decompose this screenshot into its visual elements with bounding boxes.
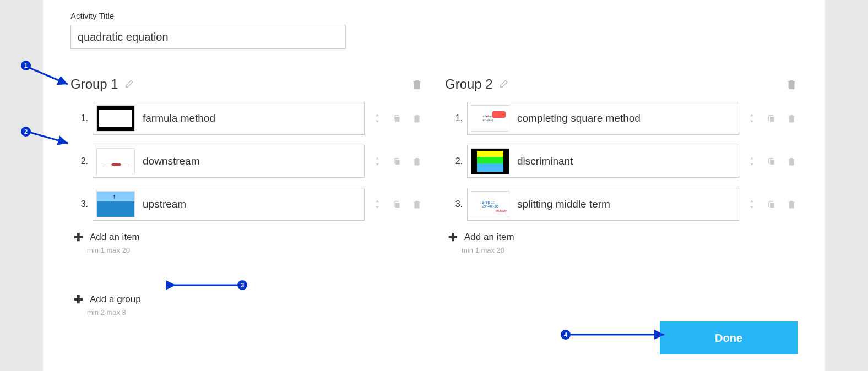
item-thumbnail <box>471 148 509 174</box>
item-minmax-text: min 1 max 20 <box>70 246 423 254</box>
svg-line-1 <box>29 132 68 143</box>
add-item-button[interactable]: ✚ Add an item <box>445 231 798 244</box>
item-number: 1. <box>76 113 88 123</box>
group-minmax-text: min 2 max 8 <box>70 308 798 317</box>
item-number: 3. <box>76 199 88 209</box>
copy-icon[interactable] <box>766 112 778 124</box>
item-actions <box>746 198 798 210</box>
activity-editor-page: Activity Title Group 1 1. farmula <box>43 0 825 371</box>
copy-icon[interactable] <box>391 112 403 124</box>
item-row: 1. x²+4x-7=0x²-3x+1 completing square me… <box>451 102 798 135</box>
item-actions <box>746 155 798 167</box>
items-list: 1. x²+4x-7=0x²-3x+1 completing square me… <box>445 102 798 221</box>
activity-title-input[interactable] <box>70 25 346 49</box>
group-header: Group 2 <box>445 77 798 92</box>
add-group-button[interactable]: ✚ Add a group <box>70 293 798 306</box>
svg-line-0 <box>29 68 68 84</box>
group-header: Group 1 <box>70 77 423 92</box>
callout-badge: 3 <box>237 280 247 290</box>
item-row: 1. farmula method <box>76 102 423 135</box>
copy-icon[interactable] <box>391 155 403 167</box>
reorder-icon[interactable] <box>371 155 383 167</box>
add-item-button[interactable]: ✚ Add an item <box>70 231 423 244</box>
done-button[interactable]: Done <box>660 321 798 354</box>
reorder-icon[interactable] <box>746 155 758 167</box>
item-actions <box>746 112 798 124</box>
pencil-icon[interactable] <box>498 79 508 89</box>
trash-icon[interactable] <box>785 78 798 90</box>
item-minmax-text: min 1 max 20 <box>445 246 798 254</box>
groups-row: Group 1 1. farmula method <box>70 77 798 254</box>
item-label: downstream <box>143 155 361 167</box>
trash-icon[interactable] <box>411 112 423 124</box>
reorder-icon[interactable] <box>746 112 758 124</box>
activity-title-label: Activity Title <box>70 11 798 20</box>
item-label: farmula method <box>143 112 361 124</box>
add-group-label: Add a group <box>90 294 141 305</box>
trash-icon[interactable] <box>411 78 423 90</box>
trash-icon[interactable] <box>411 155 423 167</box>
item-actions <box>371 198 423 210</box>
item-thumbnail <box>96 191 135 217</box>
item-box[interactable]: x²+4x-7=0x²-3x+1 completing square metho… <box>467 102 739 135</box>
reorder-icon[interactable] <box>371 198 383 210</box>
item-actions <box>371 112 423 124</box>
plus-icon: ✚ <box>74 231 83 244</box>
copy-icon[interactable] <box>766 155 778 167</box>
item-thumbnail <box>96 148 135 174</box>
group-1: Group 1 1. farmula method <box>70 77 423 254</box>
item-box[interactable]: upstream <box>93 188 365 221</box>
copy-icon[interactable] <box>766 198 778 210</box>
item-thumbnail <box>96 105 135 132</box>
item-box[interactable]: Step 1:2x²-4x-16 splitting middle term <box>467 188 739 221</box>
item-label: discriminant <box>517 155 735 167</box>
plus-icon: ✚ <box>448 231 458 244</box>
item-label: completing square method <box>517 112 735 124</box>
copy-icon[interactable] <box>391 198 403 210</box>
item-label: upstream <box>143 198 361 210</box>
trash-icon[interactable] <box>785 155 798 167</box>
group-title: Group 2 <box>445 77 493 92</box>
item-thumbnail: Step 1:2x²-4x-16 <box>471 191 509 217</box>
item-number: 3. <box>451 199 463 209</box>
item-box[interactable]: discriminant <box>467 145 739 178</box>
add-group-section: ✚ Add a group min 2 max 8 <box>70 293 798 317</box>
group-2: Group 2 1. x²+4x-7=0x²-3x+1 completing s… <box>445 77 798 254</box>
trash-icon[interactable] <box>785 112 798 124</box>
item-box[interactable]: downstream <box>93 145 365 178</box>
item-row: 2. downstream <box>76 145 423 178</box>
item-row: 3. upstream <box>76 188 423 221</box>
add-item-label: Add an item <box>90 232 140 243</box>
pencil-icon[interactable] <box>124 79 134 89</box>
item-thumbnail: x²+4x-7=0x²-3x+1 <box>471 105 509 132</box>
trash-icon[interactable] <box>411 198 423 210</box>
done-label: Done <box>715 332 742 345</box>
item-row: 3. Step 1:2x²-4x-16 splitting middle ter… <box>451 188 798 221</box>
item-box[interactable]: farmula method <box>93 102 365 135</box>
trash-icon[interactable] <box>785 198 798 210</box>
item-row: 2. discriminant <box>451 145 798 178</box>
plus-icon: ✚ <box>74 293 83 306</box>
callout-badge: 4 <box>561 330 571 340</box>
item-number: 2. <box>451 156 463 166</box>
title-section: Activity Title <box>70 11 798 49</box>
add-item-label: Add an item <box>464 232 514 243</box>
item-actions <box>371 155 423 167</box>
reorder-icon[interactable] <box>746 198 758 210</box>
item-number: 1. <box>451 113 463 123</box>
item-label: splitting middle term <box>517 198 735 210</box>
items-list: 1. farmula method 2. downst <box>70 102 423 221</box>
reorder-icon[interactable] <box>371 112 383 124</box>
